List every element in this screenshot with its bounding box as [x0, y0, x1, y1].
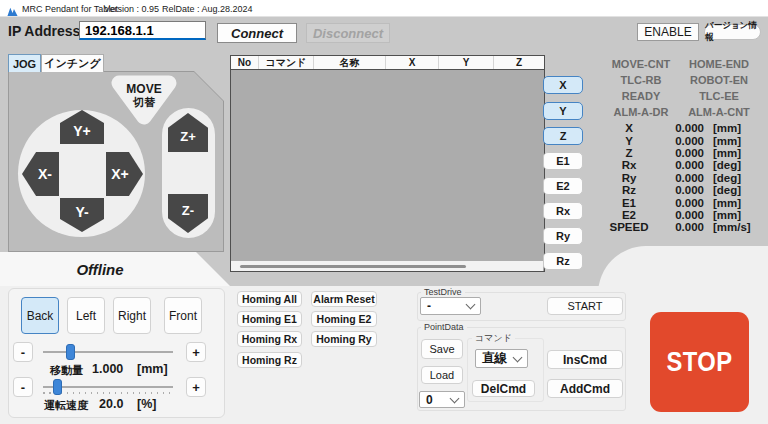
table-hscrollbar-track[interactable]	[231, 261, 543, 271]
flag-tlc-ee: TLC-EE	[682, 90, 756, 102]
chevron-down-icon	[513, 352, 523, 362]
point-index-select[interactable]: 0	[419, 391, 465, 408]
speed-slider-track[interactable]	[43, 386, 173, 388]
flag-tlc-rb: TLC-RB	[600, 74, 682, 86]
version-info-label: バージョン情報	[705, 20, 760, 44]
command-table-header: No コマンド 名称 X Y Z	[231, 56, 544, 70]
speed-plus-button[interactable]: +	[186, 377, 206, 397]
delcmd-button[interactable]: DelCmd	[472, 380, 535, 397]
step-minus-label: -	[21, 345, 25, 360]
disconnect-label: Disconnect	[313, 26, 383, 41]
tab-inching[interactable]: インチング	[41, 54, 104, 72]
pos-e1-value: 0.000	[658, 197, 704, 209]
axis-e1-label: E1	[556, 155, 569, 167]
command-table[interactable]: No コマンド 名称 X Y Z	[230, 55, 545, 272]
axis-x-label: X	[559, 79, 566, 91]
homing-rx-button[interactable]: Homing Rx	[237, 331, 302, 347]
view-left-button[interactable]: Left	[67, 297, 105, 334]
enable-button[interactable]: ENABLE	[637, 23, 699, 41]
inscmd-button[interactable]: InsCmd	[547, 350, 623, 369]
table-hscrollbar-thumb[interactable]	[240, 265, 466, 268]
axis-button-z[interactable]: Z	[543, 127, 583, 145]
axis-button-x[interactable]: X	[543, 76, 583, 94]
axis-e2-label: E2	[556, 180, 569, 192]
pos-y-unit: [mm]	[713, 135, 741, 147]
speed-slider-thumb[interactable]	[53, 379, 62, 395]
pos-row-x: X0.000[mm]	[600, 122, 765, 134]
homing-e1-button[interactable]: Homing E1	[237, 311, 302, 327]
pos-row-e1: E10.000[mm]	[600, 196, 765, 208]
axis-button-y[interactable]: Y	[543, 102, 583, 120]
view-back-button[interactable]: Back	[21, 297, 59, 334]
version-info-button[interactable]: バージョン情報	[704, 24, 761, 40]
connect-button[interactable]: Connect	[217, 23, 297, 43]
axis-button-e1[interactable]: E1	[543, 152, 583, 170]
pos-rz-value: 0.000	[658, 184, 704, 196]
flag-alm-a-cnt: ALM-A-CNT	[682, 106, 756, 118]
speed-plus-label: +	[192, 380, 200, 395]
view-front-button[interactable]: Front	[164, 297, 202, 334]
pos-y-value: 0.000	[658, 135, 704, 147]
view-left-label: Left	[76, 309, 96, 323]
load-button[interactable]: Load	[421, 366, 463, 384]
app-window: { "titlebar": { "app_title": "MRC Pendan…	[0, 0, 768, 424]
pos-rz-label: Rz	[600, 184, 658, 196]
pos-x-value: 0.000	[658, 122, 704, 134]
axis-y-label: Y	[559, 105, 566, 117]
position-readout: X0.000[mm] Y0.000[mm] Z0.000[mm] Rx0.000…	[600, 122, 765, 234]
tab-jog[interactable]: JOG	[8, 54, 41, 72]
stop-button[interactable]: STOP	[650, 312, 749, 412]
pos-row-y: Y0.000[mm]	[600, 134, 765, 146]
axis-button-ry[interactable]: Ry	[543, 227, 583, 245]
speed-minus-button[interactable]: -	[13, 377, 33, 397]
pos-row-rx: Rx0.000[deg]	[600, 159, 765, 171]
testdrive-select[interactable]: -	[420, 297, 481, 315]
step-slider-track[interactable]	[43, 351, 173, 353]
disconnect-button[interactable]: Disconnect	[306, 23, 390, 43]
axis-button-rx[interactable]: Rx	[543, 202, 583, 220]
tab-jog-label: JOG	[13, 58, 36, 70]
pos-row-e2: E20.000[mm]	[600, 209, 765, 221]
command-select[interactable]: 直線	[475, 349, 528, 368]
homing-e2-button[interactable]: Homing E2	[311, 311, 377, 327]
pos-e2-label: E2	[600, 209, 658, 221]
homing-rz-button[interactable]: Homing Rz	[237, 352, 302, 368]
view-front-label: Front	[169, 309, 197, 323]
homing-ry-label: Homing Ry	[316, 333, 371, 345]
speed-minus-label: -	[21, 380, 25, 395]
homing-all-button[interactable]: Homing All	[237, 291, 302, 307]
homing-all-label: Homing All	[242, 293, 297, 305]
step-minus-button[interactable]: -	[13, 342, 33, 362]
homing-ry-button[interactable]: Homing Ry	[311, 331, 377, 347]
homing-rx-label: Homing Rx	[242, 333, 297, 345]
save-label: Save	[429, 343, 454, 355]
addcmd-button[interactable]: AddCmd	[547, 379, 623, 398]
axis-button-rz[interactable]: Rz	[543, 252, 583, 270]
status-flags: MOVE-CNT HOME-END TLC-RB ROBOT-EN READY …	[600, 58, 756, 118]
homing-rz-label: Homing Rz	[242, 354, 297, 366]
speed-value: 20.0	[99, 397, 123, 411]
pos-speed-unit: [mm/s]	[713, 221, 751, 233]
delcmd-label: DelCmd	[481, 382, 526, 396]
jog-z-plus-label: Z+	[180, 129, 196, 144]
titlebar: MRC Pendant for Tablet Version : 0.95 Re…	[0, 0, 768, 17]
view-right-button[interactable]: Right	[113, 297, 151, 334]
command-table-body[interactable]	[231, 70, 544, 261]
col-y: Y	[439, 56, 494, 69]
ip-address-input[interactable]	[79, 21, 206, 40]
addcmd-label: AddCmd	[560, 382, 610, 396]
step-plus-button[interactable]: +	[186, 342, 206, 362]
save-button[interactable]: Save	[421, 339, 463, 359]
tab-inching-label: インチング	[44, 56, 100, 71]
pos-y-label: Y	[600, 135, 658, 147]
step-slider-thumb[interactable]	[66, 344, 75, 360]
axis-button-e2[interactable]: E2	[543, 177, 583, 195]
start-button[interactable]: START	[547, 297, 623, 315]
alarm-reset-button[interactable]: Alarm Reset	[311, 291, 377, 307]
connection-status-bar: Offline	[0, 252, 230, 286]
flag-alm-a-dr: ALM-A-DR	[600, 106, 682, 118]
axis-ry-label: Ry	[556, 230, 570, 242]
flag-home-end: HOME-END	[682, 58, 756, 70]
pos-rx-value: 0.000	[658, 159, 704, 171]
pos-speed-value: 0.000	[658, 221, 704, 233]
